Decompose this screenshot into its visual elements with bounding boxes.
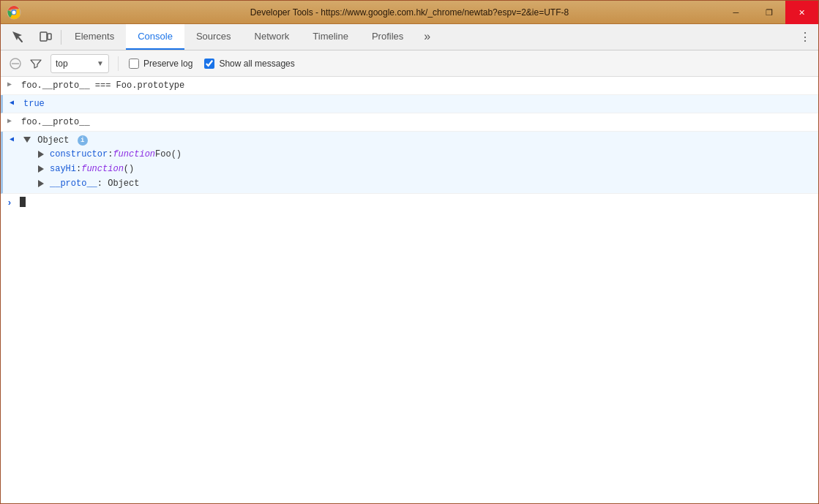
filter-icon <box>30 58 42 69</box>
show-all-messages-wrapper[interactable]: Show all messages <box>204 59 294 69</box>
preserve-log-label: Preserve log <box>143 59 192 69</box>
tab-elements[interactable]: Elements <box>63 23 126 50</box>
console-input-field[interactable] <box>18 197 818 209</box>
svg-point-3 <box>12 11 16 15</box>
tab-profiles[interactable]: Profiles <box>360 23 415 50</box>
title-bar: Developer Tools - https://www.google.com… <box>1 1 818 24</box>
chrome-logo-icon <box>7 5 21 20</box>
collapse-object-icon[interactable] <box>23 137 31 143</box>
property-proto: __proto__ : Object <box>38 176 815 191</box>
object-properties: constructor : function Foo() sayHi : fun… <box>23 147 815 191</box>
prompt-chevron-icon: › <box>1 198 18 208</box>
expand-arrow-2[interactable]: ▶ <box>1 115 18 125</box>
window-title: Developer Tools - https://www.google.com… <box>250 7 569 18</box>
tab-network[interactable]: Network <box>243 23 302 50</box>
preserve-log-checkbox[interactable] <box>129 59 139 69</box>
close-button[interactable]: ✕ <box>785 1 818 24</box>
console-output: ▶ foo.__proto__ === Foo.prototype ◀ true… <box>1 77 818 504</box>
console-input-content-2: foo.__proto__ <box>18 115 818 129</box>
devtools-menu-button[interactable]: ⋮ <box>792 23 818 50</box>
console-output-row-1: ◀ true <box>1 95 818 113</box>
window-controls: ─ ❐ ✕ <box>719 1 818 24</box>
expand-arrow-1[interactable]: ▶ <box>1 78 18 89</box>
expand-constructor-icon[interactable] <box>38 151 50 158</box>
toolbar-separator <box>118 56 119 71</box>
cursor-blink <box>20 197 26 207</box>
devtools-panel: Elements Console Sources Network Timelin… <box>1 24 818 504</box>
expand-sayhi-icon[interactable] <box>38 165 50 173</box>
show-all-label: Show all messages <box>219 59 294 69</box>
svg-rect-5 <box>48 34 51 40</box>
tabs-bar: Elements Console Sources Network Timelin… <box>1 24 818 50</box>
console-input-prompt[interactable]: › <box>1 194 818 212</box>
console-output-row-2: ◀ Object i constructor : function Foo() <box>1 132 818 194</box>
context-selector[interactable]: top ▼ <box>51 54 109 73</box>
console-input-row-1: ▶ foo.__proto__ === Foo.prototype <box>1 77 818 95</box>
no-entry-icon <box>10 58 21 69</box>
chevron-down-icon: ▼ <box>97 59 104 67</box>
console-input-row-2: ▶ foo.__proto__ <box>1 113 818 132</box>
console-output-content-2: Object i constructor : function Foo() sa… <box>20 133 818 192</box>
console-input-content-1: foo.__proto__ === Foo.prototype <box>18 78 818 93</box>
expand-proto-icon[interactable] <box>38 180 50 187</box>
restore-button[interactable]: ❐ <box>752 1 785 24</box>
console-output-content-1: true <box>20 97 818 111</box>
filter-button[interactable] <box>26 53 46 74</box>
tab-timeline[interactable]: Timeline <box>301 23 360 50</box>
show-all-checkbox[interactable] <box>204 59 214 69</box>
preserve-log-wrapper[interactable]: Preserve log <box>129 59 192 69</box>
svg-rect-4 <box>40 32 47 41</box>
object-info-icon[interactable]: i <box>78 135 88 146</box>
console-toolbar: top ▼ Preserve log Show all messages <box>1 50 818 77</box>
tab-divider <box>61 30 61 45</box>
device-mode-icon[interactable] <box>31 23 59 50</box>
tab-sources[interactable]: Sources <box>184 23 243 50</box>
minimize-button[interactable]: ─ <box>719 1 752 24</box>
output-arrow-2: ◀ <box>3 133 20 143</box>
output-arrow-1: ◀ <box>3 97 20 107</box>
property-sayhi: sayHi : function () <box>38 162 815 176</box>
inspect-element-icon[interactable] <box>4 23 31 50</box>
clear-console-button[interactable] <box>5 53 26 74</box>
more-tabs-button[interactable]: » <box>418 23 436 50</box>
context-value: top <box>56 59 94 69</box>
property-constructor: constructor : function Foo() <box>38 147 815 162</box>
tab-console[interactable]: Console <box>126 23 184 50</box>
